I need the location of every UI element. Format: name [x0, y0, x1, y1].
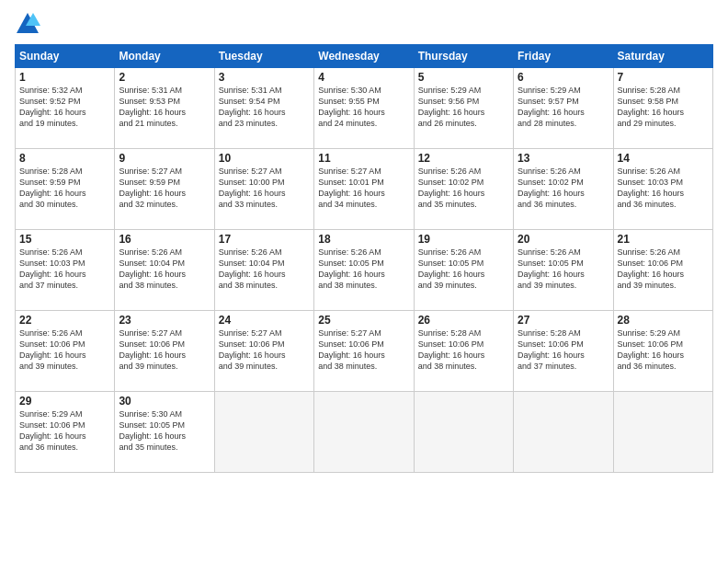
header-cell-monday: Monday: [115, 45, 214, 68]
day-number: 25: [318, 314, 409, 327]
day-number: 2: [119, 71, 210, 84]
header-row: SundayMondayTuesdayWednesdayThursdayFrid…: [16, 45, 713, 68]
day-number: 30: [119, 395, 210, 408]
day-number: 24: [219, 314, 310, 327]
calendar-week-4: 29Sunrise: 5:29 AM Sunset: 10:06 PM Dayl…: [16, 392, 713, 473]
day-number: 5: [418, 71, 509, 84]
day-number: 22: [19, 314, 110, 327]
day-number: 13: [518, 152, 609, 165]
calendar-cell: 23Sunrise: 5:27 AM Sunset: 10:06 PM Dayl…: [115, 311, 214, 392]
calendar-cell: 3Sunrise: 5:31 AM Sunset: 9:54 PM Daylig…: [214, 68, 313, 149]
day-number: 19: [418, 233, 509, 246]
calendar-cell: [514, 392, 613, 473]
header-cell-friday: Friday: [514, 45, 613, 68]
cell-text: Sunrise: 5:28 AM Sunset: 9:59 PM Dayligh…: [19, 166, 110, 211]
cell-text: Sunrise: 5:27 AM Sunset: 10:00 PM Daylig…: [219, 166, 310, 211]
calendar-cell: 4Sunrise: 5:30 AM Sunset: 9:55 PM Daylig…: [314, 68, 414, 149]
calendar-cell: 1Sunrise: 5:32 AM Sunset: 9:52 PM Daylig…: [16, 68, 115, 149]
day-number: 18: [318, 233, 409, 246]
day-number: 15: [19, 233, 110, 246]
calendar-cell: [414, 392, 513, 473]
calendar-cell: 30Sunrise: 5:30 AM Sunset: 10:05 PM Dayl…: [115, 392, 214, 473]
calendar-cell: 2Sunrise: 5:31 AM Sunset: 9:53 PM Daylig…: [115, 68, 214, 149]
header-cell-tuesday: Tuesday: [214, 45, 313, 68]
calendar-cell: 5Sunrise: 5:29 AM Sunset: 9:56 PM Daylig…: [414, 68, 513, 149]
calendar-cell: 11Sunrise: 5:27 AM Sunset: 10:01 PM Dayl…: [314, 149, 414, 230]
cell-text: Sunrise: 5:26 AM Sunset: 10:02 PM Daylig…: [518, 166, 609, 211]
cell-text: Sunrise: 5:26 AM Sunset: 10:04 PM Daylig…: [119, 247, 210, 292]
cell-text: Sunrise: 5:28 AM Sunset: 10:06 PM Daylig…: [418, 327, 509, 373]
calendar-cell: 16Sunrise: 5:26 AM Sunset: 10:04 PM Dayl…: [115, 230, 214, 311]
cell-text: Sunrise: 5:30 AM Sunset: 9:55 PM Dayligh…: [318, 85, 409, 130]
calendar-cell: 17Sunrise: 5:26 AM Sunset: 10:04 PM Dayl…: [214, 230, 313, 311]
cell-text: Sunrise: 5:26 AM Sunset: 10:05 PM Daylig…: [518, 247, 609, 292]
cell-text: Sunrise: 5:26 AM Sunset: 10:05 PM Daylig…: [418, 247, 509, 292]
calendar-cell: 14Sunrise: 5:26 AM Sunset: 10:03 PM Dayl…: [613, 149, 712, 230]
calendar-cell: 28Sunrise: 5:29 AM Sunset: 10:06 PM Dayl…: [613, 311, 712, 392]
calendar-header: SundayMondayTuesdayWednesdayThursdayFrid…: [16, 45, 713, 68]
calendar-cell: 6Sunrise: 5:29 AM Sunset: 9:57 PM Daylig…: [514, 68, 613, 149]
day-number: 28: [618, 314, 709, 327]
day-number: 7: [618, 71, 709, 84]
cell-text: Sunrise: 5:28 AM Sunset: 10:06 PM Daylig…: [518, 327, 609, 373]
cell-text: Sunrise: 5:27 AM Sunset: 9:59 PM Dayligh…: [119, 166, 210, 211]
cell-text: Sunrise: 5:26 AM Sunset: 10:04 PM Daylig…: [219, 247, 310, 292]
day-number: 23: [119, 314, 210, 327]
calendar-cell: [314, 392, 414, 473]
calendar-body: 1Sunrise: 5:32 AM Sunset: 9:52 PM Daylig…: [16, 68, 713, 473]
calendar-cell: 15Sunrise: 5:26 AM Sunset: 10:03 PM Dayl…: [16, 230, 115, 311]
cell-text: Sunrise: 5:31 AM Sunset: 9:53 PM Dayligh…: [119, 85, 210, 130]
logo-icon: [15, 11, 40, 37]
header-cell-saturday: Saturday: [613, 45, 712, 68]
cell-text: Sunrise: 5:26 AM Sunset: 10:03 PM Daylig…: [19, 247, 110, 292]
calendar-week-3: 22Sunrise: 5:26 AM Sunset: 10:06 PM Dayl…: [16, 311, 713, 392]
cell-text: Sunrise: 5:27 AM Sunset: 10:01 PM Daylig…: [318, 166, 409, 211]
calendar-cell: 21Sunrise: 5:26 AM Sunset: 10:06 PM Dayl…: [613, 230, 712, 311]
calendar-cell: [613, 392, 712, 473]
calendar-cell: 8Sunrise: 5:28 AM Sunset: 9:59 PM Daylig…: [16, 149, 115, 230]
calendar-cell: 20Sunrise: 5:26 AM Sunset: 10:05 PM Dayl…: [514, 230, 613, 311]
cell-text: Sunrise: 5:26 AM Sunset: 10:03 PM Daylig…: [618, 166, 709, 211]
day-number: 8: [19, 152, 110, 165]
calendar-cell: 19Sunrise: 5:26 AM Sunset: 10:05 PM Dayl…: [414, 230, 513, 311]
calendar-cell: 29Sunrise: 5:29 AM Sunset: 10:06 PM Dayl…: [16, 392, 115, 473]
cell-text: Sunrise: 5:27 AM Sunset: 10:06 PM Daylig…: [119, 327, 210, 373]
logo: [15, 11, 44, 37]
calendar: SundayMondayTuesdayWednesdayThursdayFrid…: [15, 44, 713, 473]
header: [15, 11, 713, 37]
cell-text: Sunrise: 5:28 AM Sunset: 9:58 PM Dayligh…: [618, 85, 709, 130]
day-number: 20: [518, 233, 609, 246]
calendar-cell: [214, 392, 313, 473]
day-number: 26: [418, 314, 509, 327]
cell-text: Sunrise: 5:29 AM Sunset: 9:56 PM Dayligh…: [418, 85, 509, 130]
cell-text: Sunrise: 5:29 AM Sunset: 10:06 PM Daylig…: [19, 408, 110, 454]
day-number: 21: [618, 233, 709, 246]
cell-text: Sunrise: 5:26 AM Sunset: 10:06 PM Daylig…: [618, 247, 709, 292]
calendar-cell: 26Sunrise: 5:28 AM Sunset: 10:06 PM Dayl…: [414, 311, 513, 392]
cell-text: Sunrise: 5:27 AM Sunset: 10:06 PM Daylig…: [318, 327, 409, 373]
calendar-cell: 9Sunrise: 5:27 AM Sunset: 9:59 PM Daylig…: [115, 149, 214, 230]
day-number: 29: [19, 395, 110, 408]
calendar-cell: 27Sunrise: 5:28 AM Sunset: 10:06 PM Dayl…: [514, 311, 613, 392]
calendar-cell: 18Sunrise: 5:26 AM Sunset: 10:05 PM Dayl…: [314, 230, 414, 311]
cell-text: Sunrise: 5:26 AM Sunset: 10:02 PM Daylig…: [418, 166, 509, 211]
cell-text: Sunrise: 5:30 AM Sunset: 10:05 PM Daylig…: [119, 408, 210, 454]
page: SundayMondayTuesdayWednesdayThursdayFrid…: [0, 0, 728, 563]
day-number: 3: [219, 71, 310, 84]
calendar-week-1: 8Sunrise: 5:28 AM Sunset: 9:59 PM Daylig…: [16, 149, 713, 230]
cell-text: Sunrise: 5:29 AM Sunset: 9:57 PM Dayligh…: [518, 85, 609, 130]
day-number: 1: [19, 71, 110, 84]
day-number: 12: [418, 152, 509, 165]
calendar-cell: 10Sunrise: 5:27 AM Sunset: 10:00 PM Dayl…: [214, 149, 313, 230]
day-number: 4: [318, 71, 409, 84]
cell-text: Sunrise: 5:27 AM Sunset: 10:06 PM Daylig…: [219, 327, 310, 373]
calendar-week-0: 1Sunrise: 5:32 AM Sunset: 9:52 PM Daylig…: [16, 68, 713, 149]
day-number: 11: [318, 152, 409, 165]
day-number: 9: [119, 152, 210, 165]
calendar-cell: 24Sunrise: 5:27 AM Sunset: 10:06 PM Dayl…: [214, 311, 313, 392]
header-cell-sunday: Sunday: [16, 45, 115, 68]
calendar-cell: 25Sunrise: 5:27 AM Sunset: 10:06 PM Dayl…: [314, 311, 414, 392]
day-number: 14: [618, 152, 709, 165]
cell-text: Sunrise: 5:26 AM Sunset: 10:06 PM Daylig…: [19, 327, 110, 373]
calendar-cell: 22Sunrise: 5:26 AM Sunset: 10:06 PM Dayl…: [16, 311, 115, 392]
